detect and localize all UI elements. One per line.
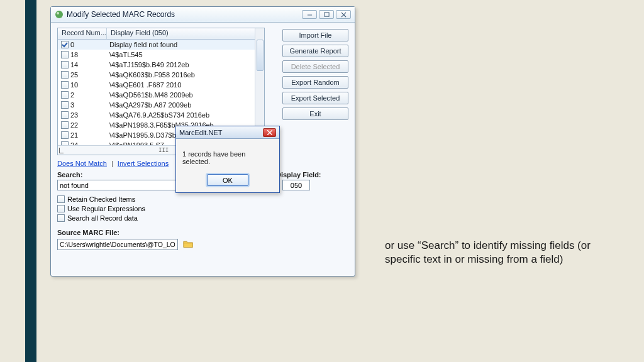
row-checkbox[interactable] [61,101,69,109]
search-all-record-data-label: Search all Record data [67,214,138,222]
row-checkbox[interactable] [61,71,69,79]
record-number: 23 [70,111,78,119]
record-number: 3 [70,101,74,109]
row-checkbox[interactable] [61,81,69,89]
record-number: 0 [70,41,74,48]
generate-report-button[interactable]: Generate Report [282,45,348,57]
record-number: 14 [70,61,78,69]
maximize-button[interactable] [319,10,334,19]
display-field-value: \4$aQK603$b.F958 2016eb [107,71,264,79]
export-selected-button[interactable]: Export Selected [282,92,348,104]
use-regex-label: Use Regular Expressions [67,205,145,212]
search-label: Search: [57,171,82,178]
svg-rect-3 [324,12,328,16]
display-field-value: \4$aQA297$b.A87 2009eb [107,101,264,109]
record-number: 21 [70,131,78,139]
table-row[interactable]: 2\4$aQD561$b.M48 2009eb [58,90,264,100]
display-field-value: Display field not found [107,41,264,48]
row-checkbox[interactable] [61,61,69,69]
col-header-record-number[interactable]: Record Num... [58,28,107,39]
record-number: 22 [70,121,78,129]
row-checkbox[interactable] [61,131,69,139]
row-checkbox[interactable] [61,121,69,129]
scroll-thumb[interactable] [257,40,264,71]
table-row[interactable]: 14\4$aTJ159$b.B49 2012eb [58,60,264,70]
delete-selected-button[interactable]: Delete Selected [282,60,348,73]
slide-annotation: or use “Search” to identify missing fiel… [385,239,618,266]
svg-point-1 [57,12,59,14]
titlebar[interactable]: Modify Selected MARC Records [51,7,355,23]
source-marc-file-label: Source MARC File: [57,229,119,236]
source-marc-file-input[interactable] [57,239,178,250]
display-field-value: \4$aQE601 .F687 2010 [107,81,264,89]
table-row[interactable]: 3\4$aQA297$b.A87 2009eb [58,100,264,110]
record-number: 2 [70,91,74,99]
table-row[interactable]: 0Display field not found [58,40,264,50]
table-row[interactable]: 23\4$aQA76.9.A25$bS734 2016eb [58,110,264,120]
display-field-value: \4$aTJ159$b.B49 2012eb [107,61,264,69]
table-row[interactable]: 10\4$aQE601 .F687 2010 [58,80,264,90]
search-all-record-data-checkbox[interactable] [57,214,65,222]
retain-checked-items-checkbox[interactable] [57,195,65,203]
record-number: 10 [70,81,78,89]
dialog-ok-button[interactable]: OK [207,174,248,186]
export-random-button[interactable]: Export Random [282,76,348,89]
message-dialog: MarcEdit.NET 1 records have been selecte… [175,126,280,193]
dialog-close-button[interactable] [263,128,276,137]
dialog-titlebar[interactable]: MarcEdit.NET [176,126,279,139]
record-number: 18 [70,51,78,58]
svg-point-0 [55,11,63,18]
search-input[interactable] [57,180,177,190]
row-checkbox[interactable] [61,111,69,119]
display-field-input[interactable] [282,180,310,190]
row-checkbox[interactable] [61,51,69,58]
browse-folder-button[interactable] [182,238,194,250]
row-checkbox[interactable] [61,41,69,48]
col-header-display-field[interactable]: Display Field (050) [107,28,264,39]
table-row[interactable]: 25\4$aQK603$b.F958 2016eb [58,70,264,80]
record-number: 25 [70,71,78,79]
display-field-label: Display Field: [276,171,321,178]
display-field-value: \4$aQD561$b.M48 2009eb [107,91,264,99]
display-field-value: \4$aTL545 [107,51,264,58]
svg-rect-2 [307,14,311,15]
window-title: Modify Selected MARC Records [67,10,175,19]
link-invert-selections[interactable]: Invert Selections [118,160,169,167]
caret-indicator: III [158,147,169,153]
dialog-message: 1 records have been selected. [176,139,279,170]
presentation-side-accent [25,0,36,362]
dialog-title: MarcEdit.NET [179,129,222,136]
use-regex-checkbox[interactable] [57,205,65,212]
minimize-button[interactable] [302,10,317,19]
table-row[interactable]: 18\4$aTL545 [58,50,264,60]
link-does-not-match[interactable]: Does Not Match [57,160,107,167]
row-checkbox[interactable] [61,91,69,99]
retain-checked-items-label: Retain Checked Items [67,195,135,203]
display-field-value: \4$aQA76.9.A25$bS734 2016eb [107,111,264,119]
close-button[interactable] [336,10,351,19]
exit-button[interactable]: Exit [282,107,348,120]
app-icon [55,10,64,19]
import-file-button[interactable]: Import File [282,29,348,41]
